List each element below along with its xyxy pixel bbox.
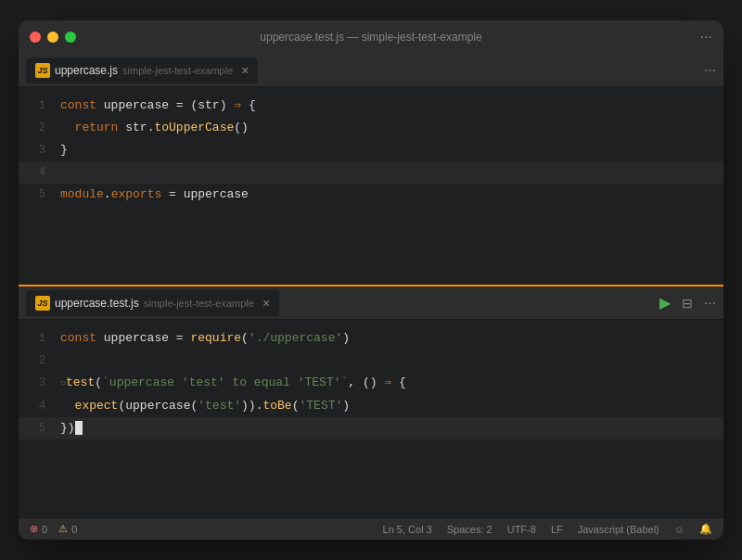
more-options-icon-2[interactable]: ···: [704, 295, 716, 312]
tab-bar-panel1: JS uppercase.js simple-jest-test-example…: [19, 54, 723, 87]
code-line-3: 3 }: [19, 139, 723, 161]
eol: LF: [551, 524, 563, 535]
tab-uppercase-test-js[interactable]: JS uppercase.test.js simple-jest-test-ex…: [26, 290, 279, 316]
test-line-content-4: expect(uppercase('test')).toBe('TEST'): [60, 396, 723, 416]
cursor-block: [75, 421, 83, 435]
language[interactable]: Javascript (Babel): [578, 524, 659, 535]
line-num-5: 5: [19, 185, 60, 205]
error-icon: ⊗: [30, 523, 38, 535]
test-line-content-3: ○test(`uppercase 'test' to equal 'TEST'`…: [60, 373, 723, 394]
warning-num: 0: [71, 524, 77, 535]
test-line-content-1: const uppercase = require('./uppercase'): [60, 328, 723, 349]
tab-uppercase-js[interactable]: JS uppercase.js simple-jest-test-example…: [26, 57, 258, 83]
line-num-1: 1: [19, 95, 60, 116]
test-line-content-5: }): [60, 418, 723, 439]
error-count: ⊗ 0 ⚠ 0: [30, 523, 77, 535]
tab-close-button[interactable]: ×: [241, 63, 249, 78]
play-icon[interactable]: ▶: [659, 294, 671, 312]
split-icon[interactable]: ⊟: [682, 296, 693, 311]
tab-bar-right-panel1: ···: [704, 62, 716, 79]
window-title: uppercase.test.js — simple-jest-test-exa…: [260, 31, 481, 44]
code-line-2: 2 return str.toUpperCase(): [19, 117, 723, 139]
code-line-4: 4: [19, 161, 723, 184]
more-options-icon[interactable]: ···: [704, 62, 716, 79]
test-line-2: 2: [19, 350, 723, 372]
titlebar-more[interactable]: ···: [700, 29, 712, 45]
minimize-button[interactable]: [47, 32, 58, 43]
js-icon-2: JS: [35, 296, 50, 311]
test-line-num-4: 4: [19, 396, 60, 416]
editor-window: uppercase.test.js — simple-jest-test-exa…: [19, 20, 723, 540]
indentation: Spaces: 2: [447, 524, 493, 535]
tab-test-filename: uppercase.test.js: [55, 297, 139, 310]
tab-bar-panel2: JS uppercase.test.js simple-jest-test-ex…: [19, 286, 723, 320]
line-content-1: const uppercase = (str) ⇒ {: [60, 95, 723, 116]
tab-bar-right-panel2: ▶ ⊟ ···: [659, 294, 716, 312]
warning-icon: ⚠: [58, 523, 68, 535]
line-num-2: 2: [19, 118, 60, 138]
test-line-num-5: 5: [19, 418, 60, 439]
code-area-panel1[interactable]: 1 const uppercase = (str) ⇒ { 2 return s…: [19, 87, 723, 285]
editor-panels: JS uppercase.js simple-jest-test-example…: [19, 54, 723, 517]
test-line-1: 1 const uppercase = require('./uppercase…: [19, 327, 723, 350]
notification-icon[interactable]: 🔔: [699, 523, 712, 535]
editor-panel-uppercase-js: JS uppercase.js simple-jest-test-example…: [19, 54, 723, 286]
line-num-4: 4: [19, 162, 60, 183]
line-num-3: 3: [19, 140, 60, 160]
test-line-4: 4 expect(uppercase('test')).toBe('TEST'): [19, 395, 723, 417]
tab-test-close[interactable]: ×: [262, 296, 270, 311]
test-line-num-3: 3: [19, 373, 60, 393]
close-button[interactable]: [30, 32, 41, 43]
line-content-5: module.exports = uppercase: [60, 185, 723, 205]
tab-test-project: simple-jest-test-example: [144, 298, 254, 309]
line-content-2: return str.toUpperCase(): [60, 118, 723, 138]
test-line-5: 5 }): [19, 417, 723, 439]
error-num: 0: [42, 524, 47, 535]
js-icon: JS: [35, 63, 50, 78]
test-line-num-1: 1: [19, 328, 60, 349]
smiley-icon[interactable]: ☺: [674, 524, 684, 535]
tab-filename: uppercase.js: [55, 64, 118, 77]
editor-panel-test-js: JS uppercase.test.js simple-jest-test-ex…: [19, 286, 723, 517]
test-line-3: 3 ○test(`uppercase 'test' to equal 'TEST…: [19, 372, 723, 395]
encoding: UTF-8: [507, 524, 536, 535]
cursor-position: Ln 5, Col 3: [383, 524, 432, 535]
tab-project: simple-jest-test-example: [122, 65, 233, 76]
code-line-1: 1 const uppercase = (str) ⇒ {: [19, 95, 723, 117]
line-content-3: }: [60, 140, 723, 160]
test-line-num-2: 2: [19, 350, 60, 371]
maximize-button[interactable]: [65, 32, 76, 43]
code-line-5: 5 module.exports = uppercase: [19, 184, 723, 206]
traffic-lights: [30, 32, 76, 43]
code-area-panel2[interactable]: 1 const uppercase = require('./uppercase…: [19, 320, 723, 517]
titlebar: uppercase.test.js — simple-jest-test-exa…: [19, 20, 723, 54]
status-bar: ⊗ 0 ⚠ 0 Ln 5, Col 3 Spaces: 2 UTF-8 LF J…: [19, 517, 723, 540]
